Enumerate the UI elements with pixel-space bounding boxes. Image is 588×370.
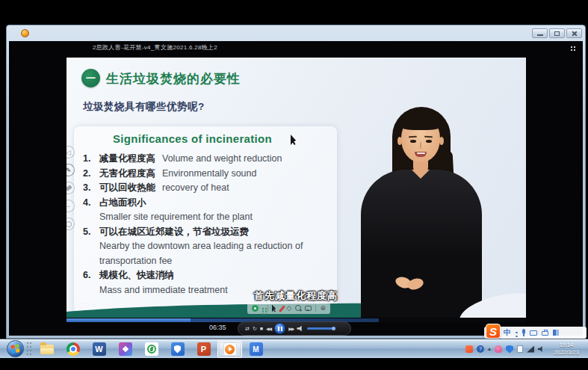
- shape-tool-icon[interactable]: ◇: [287, 305, 292, 312]
- repeat-icon[interactable]: ↻: [253, 326, 257, 331]
- list-item: 5. 可以在城区近郊建设，节省垃圾运费Nearby the downtown a…: [83, 225, 332, 269]
- playlist-icon[interactable]: [571, 46, 572, 48]
- save-icon[interactable]: [252, 305, 259, 312]
- slide-nav: ◁ ▷: [71, 302, 96, 309]
- list-item: 4. 占地面积小Smaller site requirement for the…: [83, 196, 332, 225]
- tray-network-icon[interactable]: [527, 346, 534, 353]
- item-number: 5.: [83, 225, 99, 269]
- close-button[interactable]: [566, 28, 582, 38]
- item-zh: 可以在城区近郊建设，节省垃圾运费: [99, 226, 249, 237]
- powerpoint-icon: P: [197, 342, 211, 356]
- item-zh: 占地面积小: [99, 197, 146, 208]
- presenter-mouth: [415, 152, 427, 157]
- slide-nav-pill[interactable]: [78, 303, 89, 308]
- taskbar-photos[interactable]: [113, 341, 137, 358]
- clock-time: 19:14: [546, 342, 587, 349]
- screen: 2思政人善-花开慧-v4_黄文施2021.6.28晚上2 一 生活垃圾焚烧的必要…: [0, 0, 588, 370]
- stop-icon[interactable]: ■: [260, 326, 263, 331]
- item-number: 1.: [83, 152, 99, 167]
- pause-button[interactable]: [274, 323, 285, 334]
- taskbar-green-leaf-app[interactable]: [139, 341, 164, 358]
- taskbar-word[interactable]: W: [87, 341, 111, 358]
- eraser-tool-icon[interactable]: [66, 182, 75, 194]
- item-number: 4.: [83, 196, 99, 225]
- shuffle-icon[interactable]: ⇄: [245, 326, 250, 331]
- media-player-icon: [223, 342, 237, 356]
- slide-prev-icon[interactable]: ◁: [66, 146, 75, 158]
- ime-keyboard-icon[interactable]: [530, 330, 537, 336]
- forward-icon[interactable]: ▶▶: [288, 327, 294, 331]
- item-zh: 减量化程度高: [99, 153, 155, 164]
- taskbar-pc-manager[interactable]: [165, 341, 190, 358]
- taskbar-m-app[interactable]: M: [244, 341, 268, 358]
- globe-tool-icon[interactable]: ⊕: [320, 305, 326, 312]
- comment-icon[interactable]: [305, 306, 312, 311]
- taskbar-media-player[interactable]: [217, 341, 242, 358]
- select-cursor-icon[interactable]: [272, 305, 277, 312]
- taskbar-clock[interactable]: 19:14 2022/3/23: [546, 342, 587, 357]
- rewind-icon[interactable]: ◀◀: [266, 327, 271, 331]
- sogou-logo-icon[interactable]: S: [486, 324, 501, 339]
- ime-toolbox-icon[interactable]: [542, 331, 548, 336]
- slide-question: 垃圾焚烧具有哪些优势呢?: [83, 100, 205, 114]
- tray-shield-icon[interactable]: [506, 345, 513, 354]
- subtitle-caption: 首先减量化程度高: [254, 289, 338, 303]
- green-leaf-icon: [145, 342, 158, 356]
- ime-toolbar: S 中: [484, 327, 587, 339]
- video-player-surface: 2思政人善-花开慧-v4_黄文施2021.6.28晚上2 一 生活垃圾焚烧的必要…: [9, 41, 583, 336]
- minimize-button[interactable]: [532, 28, 548, 38]
- presenter-video: [352, 102, 526, 318]
- item-zh: 规模化、快速消纳: [99, 270, 174, 280]
- restore-button[interactable]: [549, 28, 565, 38]
- ime-grid-icon[interactable]: [553, 330, 559, 336]
- taskbar-chrome[interactable]: [61, 341, 85, 358]
- presenter-eye: [410, 140, 416, 143]
- volume-icon[interactable]: [297, 325, 304, 332]
- ime-punctuation-icon[interactable]: [516, 332, 518, 334]
- more-tool-icon[interactable]: [66, 218, 75, 230]
- slide-nav-next-icon[interactable]: ▷: [92, 302, 96, 309]
- tray-document-icon[interactable]: [517, 345, 523, 353]
- tray-sogou-icon[interactable]: [465, 345, 473, 353]
- minus-tool-icon[interactable]: −: [66, 200, 75, 212]
- toolbar-separator: [315, 305, 316, 312]
- quick-launch-grip[interactable]: [27, 342, 28, 344]
- item-number: 3.: [83, 181, 99, 196]
- taskbar-file-explorer[interactable]: [34, 341, 59, 358]
- folder-icon: [40, 345, 54, 354]
- item-en: Smaller site requirement for the plant: [99, 210, 332, 225]
- presenter-bangs: [399, 110, 442, 130]
- shield-icon: [171, 342, 185, 356]
- restore-icon: [554, 31, 560, 36]
- chrome-icon: [66, 342, 80, 356]
- magnifier-icon[interactable]: [295, 305, 301, 312]
- tray-volume-icon[interactable]: [538, 346, 545, 353]
- presentation-toolbar: ◇ ⊕: [247, 303, 330, 314]
- elapsed-time: 06:35: [209, 324, 226, 331]
- eraser-shape: [66, 185, 72, 191]
- tray-show-hidden-icon[interactable]: ▴: [488, 346, 491, 352]
- word-icon: W: [93, 342, 106, 356]
- pen-tool-icon[interactable]: ✎: [66, 164, 75, 176]
- item-en: Nearby the downtown area leading a reduc…: [99, 239, 332, 268]
- presenter-eye: [426, 140, 432, 143]
- pause-bar: [278, 327, 279, 331]
- taskbar-apps: W P M: [34, 340, 268, 358]
- tray-help-icon[interactable]: ?: [477, 345, 484, 353]
- slide-nav-prev-icon[interactable]: ◁: [71, 302, 75, 309]
- seek-played: [66, 318, 191, 322]
- tray-user-icon[interactable]: [495, 345, 502, 353]
- window-controls: [532, 28, 582, 38]
- taskbar-powerpoint[interactable]: P: [191, 341, 216, 358]
- apps-grid-icon[interactable]: [262, 308, 264, 309]
- volume-slider[interactable]: [307, 327, 334, 330]
- window-app-icon[interactable]: [21, 29, 29, 37]
- item-en: Environmentally sound: [162, 168, 256, 179]
- presenter-nose: [420, 142, 421, 149]
- m-app-icon: M: [250, 342, 263, 356]
- ime-mode-icon[interactable]: 中: [504, 329, 511, 336]
- ime-mic-icon[interactable]: [522, 329, 525, 334]
- red-pen-icon[interactable]: [279, 305, 285, 312]
- start-button[interactable]: [7, 340, 24, 357]
- item-number: 2.: [83, 167, 99, 182]
